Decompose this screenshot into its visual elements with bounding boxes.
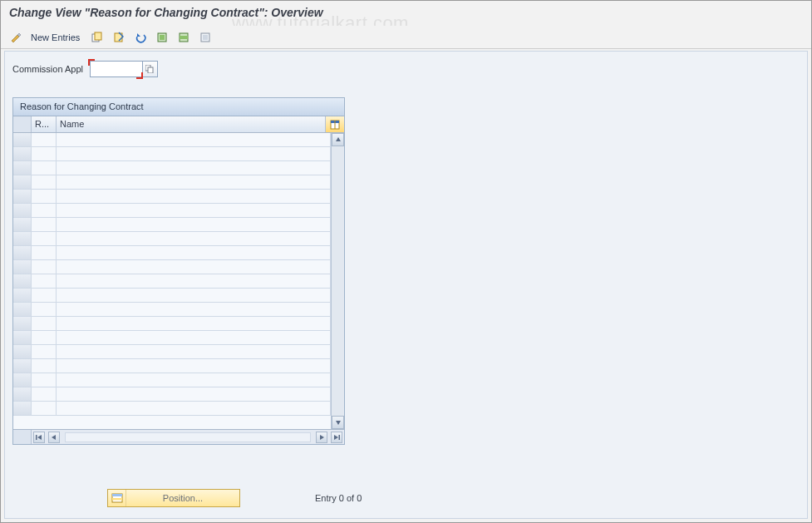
cell-reason[interactable] <box>32 331 57 344</box>
cell-reason[interactable] <box>32 303 57 316</box>
cell-reason[interactable] <box>32 359 57 373</box>
scroll-last-button[interactable] <box>331 432 342 443</box>
row-selector[interactable] <box>13 147 32 160</box>
select-all-button[interactable] <box>153 29 171 46</box>
row-selector[interactable] <box>13 289 32 302</box>
table-vertical-scrollbar[interactable] <box>331 133 344 429</box>
cell-reason[interactable] <box>32 147 57 160</box>
cell-reason[interactable] <box>32 204 57 217</box>
row-selector[interactable] <box>13 260 32 274</box>
toggle-display-change-button[interactable] <box>7 29 26 46</box>
copy-icon <box>91 32 103 43</box>
deselect-all-button[interactable] <box>196 29 214 46</box>
select-block-button[interactable] <box>175 29 193 46</box>
row-selector[interactable] <box>13 402 32 415</box>
row-selector[interactable] <box>13 232 32 245</box>
row-selector[interactable] <box>13 331 32 344</box>
new-entries-button[interactable]: New Entries <box>29 32 85 42</box>
chevron-up-icon <box>335 136 342 143</box>
table-select-all-header[interactable] <box>13 116 32 132</box>
scroll-up-button[interactable] <box>332 133 344 146</box>
row-selector[interactable] <box>13 373 32 387</box>
cell-reason[interactable] <box>32 161 57 175</box>
row-selector[interactable] <box>13 274 32 288</box>
chevron-left-icon <box>51 434 57 441</box>
position-button[interactable]: Position... <box>107 489 240 507</box>
table-header-row: R... Name <box>13 116 344 133</box>
table-configure-button[interactable] <box>326 116 344 132</box>
chevron-down-icon <box>335 419 342 426</box>
delete-button[interactable] <box>110 29 128 46</box>
scroll-track[interactable] <box>332 146 344 416</box>
cell-reason[interactable] <box>32 345 57 358</box>
cell-reason[interactable] <box>32 387 57 401</box>
cell-reason[interactable] <box>32 260 57 274</box>
hscroll-track[interactable] <box>65 432 311 442</box>
cell-name[interactable] <box>57 232 331 245</box>
row-selector[interactable] <box>13 303 32 316</box>
cell-name[interactable] <box>57 303 331 316</box>
cell-name[interactable] <box>57 359 331 373</box>
table-row <box>13 161 331 175</box>
row-selector[interactable] <box>13 345 32 358</box>
cell-name[interactable] <box>57 218 331 231</box>
row-selector[interactable] <box>13 246 32 259</box>
cell-name[interactable] <box>57 317 331 330</box>
scroll-down-button[interactable] <box>332 416 344 429</box>
undo-change-button[interactable] <box>131 29 150 46</box>
row-selector[interactable] <box>13 161 32 175</box>
row-selector[interactable] <box>13 387 32 401</box>
cell-name[interactable] <box>57 274 331 288</box>
row-selector[interactable] <box>13 317 32 330</box>
cell-name[interactable] <box>57 190 331 203</box>
table-row <box>13 345 331 359</box>
cell-reason[interactable] <box>32 190 57 203</box>
cell-reason[interactable] <box>32 317 57 330</box>
cell-name[interactable] <box>57 161 331 175</box>
scroll-right-button[interactable] <box>316 432 327 443</box>
cell-name[interactable] <box>57 175 331 189</box>
cell-name[interactable] <box>57 289 331 302</box>
copy-as-button[interactable] <box>88 29 106 46</box>
row-selector[interactable] <box>13 204 32 217</box>
cell-name[interactable] <box>57 373 331 387</box>
cell-name[interactable] <box>57 331 331 344</box>
table-column-header-name[interactable]: Name <box>57 116 326 132</box>
search-help-icon <box>145 65 154 73</box>
commission-appl-label: Commission Appl <box>12 64 83 74</box>
cell-reason[interactable] <box>32 133 57 146</box>
row-selector[interactable] <box>13 218 32 231</box>
cell-name[interactable] <box>57 387 331 401</box>
table-horizontal-scrollbar[interactable] <box>32 432 344 443</box>
row-selector[interactable] <box>13 190 32 203</box>
svg-marker-19 <box>320 435 324 440</box>
position-icon <box>111 493 123 503</box>
commission-appl-input[interactable] <box>90 61 143 77</box>
cell-reason[interactable] <box>32 246 57 259</box>
row-selector[interactable] <box>13 175 32 189</box>
commission-appl-search-help-button[interactable] <box>143 61 158 77</box>
cell-name[interactable] <box>57 147 331 160</box>
chevron-right-icon <box>318 434 325 441</box>
row-selector[interactable] <box>13 359 32 373</box>
table-column-header-reason[interactable]: R... <box>32 116 57 132</box>
cell-name[interactable] <box>57 204 331 217</box>
cell-name[interactable] <box>57 260 331 274</box>
scroll-first-button[interactable] <box>33 432 45 443</box>
cell-reason[interactable] <box>32 232 57 245</box>
cell-name[interactable] <box>57 133 331 146</box>
cell-reason[interactable] <box>32 218 57 231</box>
delete-icon <box>113 32 125 43</box>
cell-name[interactable] <box>57 402 331 415</box>
cell-reason[interactable] <box>32 175 57 189</box>
cell-reason[interactable] <box>32 402 57 415</box>
cell-reason[interactable] <box>32 373 57 387</box>
cell-reason[interactable] <box>32 289 57 302</box>
svg-rect-6 <box>180 36 188 39</box>
row-selector[interactable] <box>13 133 32 146</box>
cell-reason[interactable] <box>32 274 57 288</box>
cell-name[interactable] <box>57 246 331 259</box>
scroll-left-button[interactable] <box>48 432 60 443</box>
cell-name[interactable] <box>57 345 331 358</box>
table-row <box>13 331 331 345</box>
